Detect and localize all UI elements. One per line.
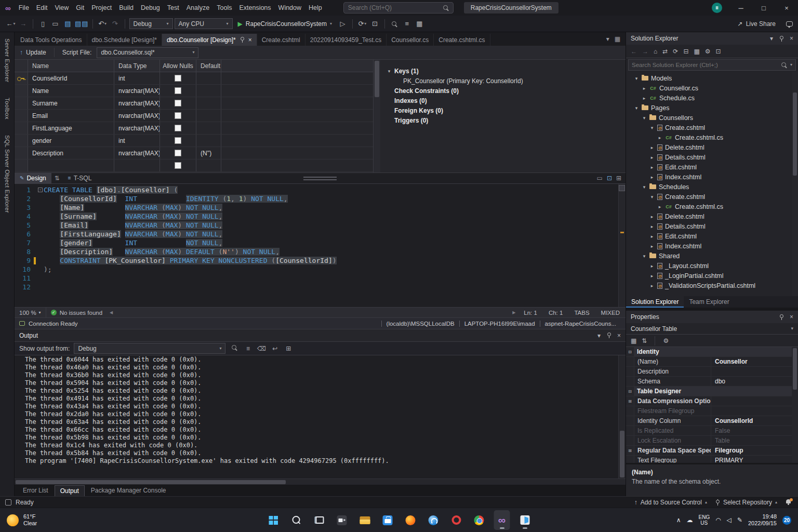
property-group-row[interactable]: ⊟Identity [626,347,798,357]
add-to-source-control-button[interactable]: Add to Source Control [634,499,707,506]
default-cell[interactable] [196,110,221,122]
menu-git[interactable]: Git [72,2,88,14]
network-icon[interactable] [715,517,721,523]
column-row[interactable]: FirstLanguagenvarchar(MAX) [15,122,373,135]
document-tab[interactable]: Create.cshtml [257,34,305,46]
feedback-icon[interactable] [786,21,793,26]
column-row[interactable]: Namenvarchar(MAX) [15,85,373,97]
expander-icon[interactable] [649,244,655,249]
tree-item[interactable]: Delete.cshtml [626,142,798,152]
taskbar-search-button[interactable] [288,510,304,530]
property-row[interactable]: Schemadbo [626,377,798,387]
code-line[interactable]: 1-CREATE TABLE [dbo].[Counsellor] ( [15,185,626,194]
column-name-cell[interactable]: gender [28,135,114,147]
tab-design[interactable]: Design [15,173,51,183]
document-tab[interactable]: Create.cshtml.cs [434,34,490,46]
property-row[interactable]: (Name)Counsellor [626,357,798,367]
search-input[interactable] [348,4,440,11]
home-icon[interactable] [654,48,657,55]
tool-tab-server-explorer[interactable]: Server Explorer [4,38,10,82]
tree-item[interactable]: Schedules [626,182,798,192]
expander-icon[interactable] [634,76,639,81]
show-all-files-icon[interactable] [694,48,699,55]
tree-item[interactable]: Counsellors [626,113,798,123]
properties-scrollbar[interactable] [792,347,798,463]
default-cell[interactable] [196,85,221,97]
search-filter-icon[interactable] [790,63,792,67]
output-header[interactable]: Output [15,329,626,342]
expander-icon[interactable] [657,204,662,209]
menu-view[interactable]: View [51,2,72,14]
code-line[interactable]: 2 [CounsellorId] INT IDENTITY (1, 1) NOT… [15,194,626,203]
code-line[interactable]: 10); [15,265,626,274]
pin-icon[interactable] [779,36,784,42]
panel-tab-error-list[interactable]: Error List [18,485,54,496]
undo-icon[interactable] [97,18,108,30]
word-wrap-icon[interactable] [270,345,280,352]
property-value[interactable]: Filegroup [711,446,798,455]
close-icon[interactable] [617,332,621,339]
expander-icon[interactable] [649,273,655,278]
column-type-cell[interactable]: nvarchar(MAX) [114,122,160,134]
configuration-dropdown[interactable]: Debug [129,18,173,29]
start-debugging-button[interactable]: RapeCrisisCounsellorSystem [234,18,336,30]
switch-views-icon[interactable] [662,48,668,55]
solution-name-pill[interactable]: RapeCrisisCounsellorSystem [464,2,558,14]
health-indicator[interactable]: ✓ No issues found [46,310,107,316]
zoom-dropdown[interactable]: 100 % [15,308,46,317]
tree-item[interactable]: _ValidationScriptsPartial.cshtml [626,281,798,290]
allow-nulls-cell[interactable] [160,85,196,97]
solution-search-input[interactable] [632,62,778,68]
menu-debug[interactable]: Debug [137,2,164,14]
taskbar-visual-studio-button[interactable] [494,510,510,530]
output-source-dropdown[interactable]: Debug [74,343,225,354]
expander-icon[interactable] [387,69,392,74]
tree-item[interactable]: Pages [626,103,798,113]
onedrive-icon[interactable] [686,517,693,523]
properties-object-selector[interactable]: Counsellor Table [626,323,798,335]
split-vertical-icon[interactable] [607,175,612,181]
hot-reload-icon[interactable] [357,18,368,30]
code-line[interactable]: 7 [gender] INT NOT NULL, [15,238,626,247]
pin-icon[interactable] [240,37,245,43]
tree-item[interactable]: Counsellor.cs [626,83,798,93]
save-all-icon[interactable] [75,18,88,30]
column-name-cell[interactable]: Email [28,110,114,122]
default-cell[interactable] [196,72,221,84]
sync-with-active-document-icon[interactable] [673,48,678,55]
forward-icon[interactable] [642,48,648,55]
close-button[interactable] [775,0,798,16]
expander-icon[interactable] [642,184,647,190]
pin-icon[interactable] [779,314,784,320]
document-tab[interactable]: Counsellor.cs [387,34,434,46]
window-position-icon[interactable] [770,35,773,42]
swap-panes-icon[interactable] [51,175,63,182]
update-button[interactable]: Update [20,49,46,56]
context-item[interactable]: Indexes (0) [394,97,427,104]
start-without-debugging-icon[interactable] [337,18,348,30]
output-scrollbar[interactable] [618,355,626,478]
scroll-right-icon[interactable] [512,311,515,315]
expander-icon[interactable] [649,125,655,130]
allow-nulls-checkbox[interactable] [175,125,181,131]
column-type-cell[interactable]: nvarchar(MAX) [114,85,160,97]
solution-search-box[interactable] [628,59,796,71]
code-line[interactable]: 8 [Description] NVARCHAR (MAX) DEFAULT (… [15,247,626,256]
new-file-icon[interactable] [37,18,48,30]
default-cell[interactable]: (N'') [196,147,221,159]
menu-test[interactable]: Test [164,2,183,14]
expander-icon[interactable] [649,263,655,269]
platform-dropdown[interactable]: Any CPU [175,18,233,29]
expander-icon[interactable] [649,175,655,180]
code-line[interactable]: 9 CONSTRAINT [PK_Counsellor] PRIMARY KEY… [15,256,626,265]
tree-item[interactable]: Details.cshtml [626,221,798,231]
expander-icon[interactable] [634,105,639,111]
allow-nulls-checkbox[interactable] [175,162,181,169]
collapse-all-icon[interactable] [683,48,688,55]
preview-selected-icon[interactable] [716,48,721,55]
tree-item[interactable]: Create.cshtml.cs [626,202,798,211]
property-value[interactable] [711,367,798,376]
language-indicator[interactable]: ENG US [698,514,710,526]
window-layout-icon[interactable] [615,36,620,42]
expander-icon[interactable] [657,135,662,140]
